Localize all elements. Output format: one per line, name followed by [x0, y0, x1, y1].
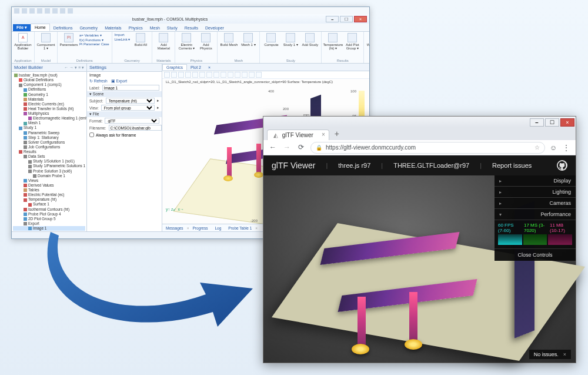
- tree-node[interactable]: Mesh 1: [13, 121, 85, 125]
- toolbar-icon[interactable]: [206, 72, 212, 78]
- tab-close-icon[interactable]: ×: [205, 65, 214, 70]
- tree-node[interactable]: Job Configurations: [13, 145, 85, 150]
- study1-button[interactable]: Study 1 ▾: [282, 33, 299, 47]
- tree-node[interactable]: Domain Probe 1: [13, 174, 85, 178]
- tree-node[interactable]: Multiphysics: [13, 111, 85, 116]
- controls-lighting-row[interactable]: ▸Lighting: [495, 187, 576, 198]
- toolbar-icon[interactable]: [178, 72, 184, 78]
- qat-icon[interactable]: [37, 8, 42, 14]
- add-material-button[interactable]: Add Material: [155, 33, 172, 50]
- qat-icon[interactable]: [68, 8, 73, 14]
- close-button[interactable]: ×: [354, 16, 367, 22]
- tree-node[interactable]: Geometry 1: [13, 92, 85, 97]
- minimize-button[interactable]: ‒: [530, 118, 544, 127]
- refresh-link[interactable]: ↻ Refresh: [89, 79, 108, 84]
- functions-button[interactable]: f(x) Functions ▾: [79, 38, 109, 42]
- build-mesh-button[interactable]: Build Mesh: [220, 33, 238, 47]
- tree-node[interactable]: Heat Transfer in Solids (ht): [13, 107, 85, 111]
- toolbar-icon[interactable]: [235, 72, 240, 78]
- tree-node[interactable]: Surface 1: [13, 202, 85, 207]
- export-link[interactable]: ▣ Export: [111, 79, 128, 84]
- qat-icon[interactable]: [29, 8, 35, 14]
- report-issues-link[interactable]: Report issues: [492, 162, 532, 169]
- tab-results[interactable]: Results: [181, 25, 202, 31]
- tree-node[interactable]: Study 1/Solution 1 (sol1): [13, 159, 85, 164]
- tab-study[interactable]: Study: [163, 25, 181, 31]
- tab-file[interactable]: File ▾: [13, 24, 31, 31]
- qat-icon[interactable]: [14, 8, 19, 14]
- graphics-tab[interactable]: Graphics: [162, 64, 187, 70]
- github-icon[interactable]: [557, 160, 567, 171]
- loader-link[interactable]: THREE.GLTFLoader@r97: [393, 162, 469, 169]
- gltf-viewer-canvas[interactable]: ▸Display ▸Lighting ▸Cameras ▾Performance…: [263, 175, 576, 363]
- toolbar-icon[interactable]: [242, 72, 248, 78]
- format-select[interactable]: glTF: [105, 118, 159, 124]
- electric-currents-button[interactable]: Electric Currents ▾: [178, 33, 195, 50]
- component-button[interactable]: Component 1 ▾: [37, 33, 55, 50]
- tree-node[interactable]: Electric Potential (ec): [13, 193, 85, 197]
- forward-button[interactable]: →: [282, 143, 292, 152]
- browser-tab[interactable]: ◭ glTF Viewer ×: [267, 130, 329, 140]
- qat-icon[interactable]: [22, 8, 27, 14]
- tree-node[interactable]: Step 1: Stationary: [13, 135, 85, 140]
- add-plot-group-button[interactable]: Add Plot Group ▾: [343, 33, 361, 50]
- controls-display-row[interactable]: ▸Display: [495, 175, 576, 187]
- livelink-button[interactable]: LiveLink ▾: [115, 37, 131, 41]
- controls-performance-row[interactable]: ▾Performance: [495, 209, 576, 220]
- reload-button[interactable]: ⟳: [296, 143, 306, 152]
- toolbar-icon[interactable]: [256, 72, 262, 78]
- tree-node[interactable]: Solver Configurations: [13, 140, 85, 145]
- section-scene[interactable]: ▾ Scene: [89, 92, 103, 97]
- new-tab-button[interactable]: +: [332, 128, 342, 139]
- back-button[interactable]: ←: [268, 143, 278, 152]
- application-builder-button[interactable]: AApplication Builder: [14, 33, 32, 50]
- filename-input[interactable]: [109, 125, 162, 131]
- status-close-icon[interactable]: ×: [563, 351, 566, 357]
- tree-node[interactable]: Views: [13, 178, 85, 183]
- tab-physics[interactable]: Physics: [125, 25, 146, 31]
- model-tree[interactable]: busbar_llsw.mph (root)Global Definitions…: [12, 72, 86, 231]
- tree-node[interactable]: Probe Plot Group 4: [13, 212, 85, 217]
- tab-geometry[interactable]: Geometry: [76, 25, 101, 31]
- tree-node[interactable]: Global Definitions: [13, 78, 85, 82]
- panel-tools-icon[interactable]: ← → ▾ ≡ ▾: [64, 65, 84, 70]
- compute-button[interactable]: Compute: [262, 33, 280, 47]
- toolbar-icon[interactable]: [199, 72, 205, 78]
- toolbar-icon[interactable]: [185, 72, 191, 78]
- toolbar-icon[interactable]: [228, 72, 233, 78]
- goto-icon[interactable]: ▸: [157, 98, 159, 103]
- tab-developer[interactable]: Developer: [202, 25, 228, 31]
- profile-icon[interactable]: ☺: [550, 144, 558, 152]
- maximize-button[interactable]: ☐: [340, 16, 353, 22]
- tab-home[interactable]: Home: [31, 24, 50, 31]
- parameter-case-button[interactable]: Pi Parameter Case: [79, 42, 109, 46]
- add-physics-button[interactable]: Add Physics: [197, 33, 215, 50]
- threejs-link[interactable]: three.js r97: [338, 162, 370, 169]
- toolbar-icon[interactable]: [213, 72, 219, 78]
- tree-node[interactable]: Electromagnetic Heating 1 (emh1): [13, 116, 85, 121]
- tab-definitions[interactable]: Definitions: [50, 25, 76, 31]
- tree-node[interactable]: Study 1/Parametric Solutions 1 (sol2): [13, 164, 85, 168]
- tree-node[interactable]: Electric Currents (ec): [13, 102, 85, 107]
- toolbar-icon[interactable]: [164, 72, 170, 78]
- toolbar-icon[interactable]: [220, 72, 226, 78]
- tree-node[interactable]: Probe Solution 3 (sol6): [13, 169, 85, 174]
- tree-node[interactable]: Component 1 (comp1): [13, 82, 85, 87]
- import-button[interactable]: Import: [115, 33, 131, 36]
- tab-mesh[interactable]: Mesh: [146, 25, 163, 31]
- toolbar-icon[interactable]: [249, 72, 255, 78]
- close-controls-button[interactable]: Close Controls: [495, 249, 576, 261]
- label-input[interactable]: [102, 85, 159, 91]
- section-file[interactable]: ▾ File: [89, 112, 99, 117]
- toolbar-icon[interactable]: [192, 72, 198, 78]
- star-icon[interactable]: ☆: [534, 144, 540, 151]
- tree-node[interactable]: busbar_llsw.mph (root): [13, 73, 85, 78]
- tree-node[interactable]: Parametric Sweep: [13, 131, 85, 135]
- temperature-plot-button[interactable]: Temperature (ht) ▾: [324, 33, 342, 50]
- tree-node[interactable]: Definitions: [13, 87, 85, 92]
- tree-node[interactable]: Derived Values: [13, 183, 85, 188]
- windows-button[interactable]: Windows ▾: [366, 33, 369, 47]
- tree-node[interactable]: Temperature (ht): [13, 197, 85, 202]
- goto-icon[interactable]: ▸: [157, 105, 159, 110]
- qat-icon[interactable]: [45, 8, 50, 14]
